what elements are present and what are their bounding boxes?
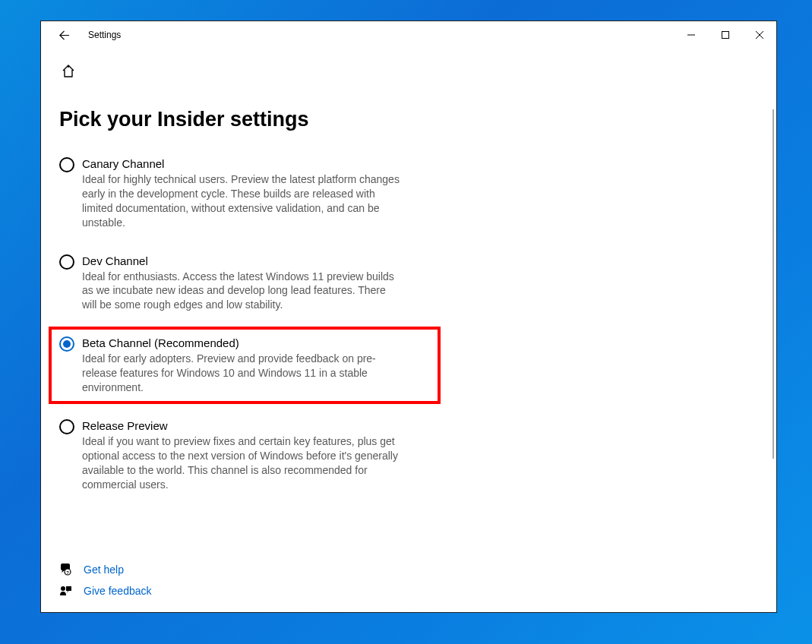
option-title: Release Preview xyxy=(82,419,424,432)
option-dev[interactable]: Dev Channel Ideal for enthusiasts. Acces… xyxy=(59,251,424,316)
titlebar: Settings xyxy=(41,21,776,49)
option-body: Canary Channel Ideal for highly technica… xyxy=(82,157,424,230)
back-button[interactable] xyxy=(52,23,76,47)
option-canary[interactable]: Canary Channel Ideal for highly technica… xyxy=(59,154,424,233)
give-feedback-link[interactable]: Give feedback xyxy=(59,585,152,597)
radio-canary[interactable] xyxy=(59,157,74,172)
feedback-icon xyxy=(59,585,73,597)
svg-point-3 xyxy=(61,586,65,591)
option-title: Canary Channel xyxy=(82,157,424,170)
option-title: Beta Channel (Recommended) xyxy=(82,336,424,349)
option-desc: Ideal if you want to preview fixes and c… xyxy=(82,434,401,492)
minimize-button[interactable] xyxy=(674,24,708,46)
option-desc: Ideal for enthusiasts. Access the latest… xyxy=(82,270,401,313)
scroll-area: Pick your Insider settings Canary Channe… xyxy=(41,49,776,612)
close-icon xyxy=(756,31,763,39)
option-release[interactable]: Release Preview Ideal if you want to pre… xyxy=(59,416,424,495)
svg-rect-0 xyxy=(722,32,728,39)
maximize-button[interactable] xyxy=(708,24,742,46)
get-help-link[interactable]: ? Get help xyxy=(59,564,152,576)
help-icon: ? xyxy=(59,564,73,576)
give-feedback-label: Give feedback xyxy=(84,585,152,597)
svg-text:?: ? xyxy=(66,570,69,575)
maximize-icon xyxy=(722,31,729,39)
home-icon xyxy=(61,64,76,79)
minimize-icon xyxy=(687,31,695,39)
option-body: Dev Channel Ideal for enthusiasts. Acces… xyxy=(82,254,424,313)
radio-beta[interactable] xyxy=(59,336,74,352)
option-beta[interactable]: Beta Channel (Recommended) Ideal for ear… xyxy=(59,333,424,398)
radio-release[interactable] xyxy=(59,419,74,434)
window-title: Settings xyxy=(88,30,121,40)
option-body: Beta Channel (Recommended) Ideal for ear… xyxy=(82,336,424,395)
channel-options: Canary Channel Ideal for highly technica… xyxy=(59,154,424,494)
page-title: Pick your Insider settings xyxy=(59,108,758,131)
home-button[interactable] xyxy=(61,64,758,82)
window-controls xyxy=(674,24,776,46)
radio-dev[interactable] xyxy=(59,254,74,270)
option-desc: Ideal for highly technical users. Previe… xyxy=(82,172,401,230)
close-button[interactable] xyxy=(742,24,776,46)
get-help-label: Get help xyxy=(84,564,124,576)
option-desc: Ideal for early adopters. Preview and pr… xyxy=(82,352,401,395)
option-title: Dev Channel xyxy=(82,254,424,267)
back-arrow-icon xyxy=(58,30,70,41)
option-body: Release Preview Ideal if you want to pre… xyxy=(82,419,424,492)
content-area: Pick your Insider settings Canary Channe… xyxy=(41,49,776,612)
footer-links: ? Get help Give feedback xyxy=(59,564,152,597)
settings-window: Settings Pick your Insider settings xyxy=(40,21,777,613)
scrollbar[interactable] xyxy=(773,109,774,459)
